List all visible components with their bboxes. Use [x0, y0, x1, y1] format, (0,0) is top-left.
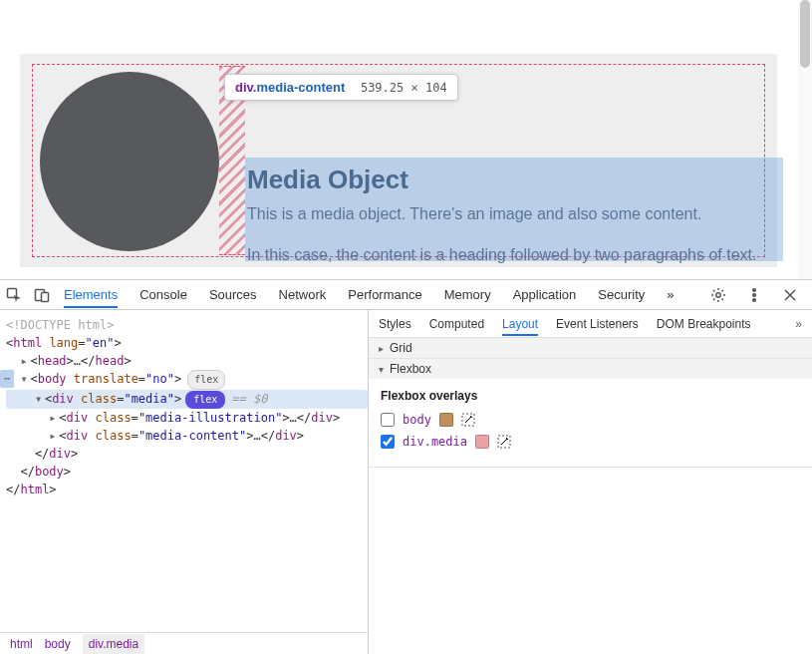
tooltip-tag: div	[235, 80, 253, 95]
devtools-main-tabs: Elements Console Sources Network Perform…	[56, 281, 704, 308]
section-head-flexbox[interactable]: ▾ Flexbox	[369, 359, 812, 379]
media-heading: Media Object	[247, 164, 408, 195]
console-ref: == $0	[231, 392, 267, 406]
overlay-label[interactable]: div.media	[403, 435, 467, 449]
breadcrumb: html body div.media	[0, 632, 368, 654]
tab-application[interactable]: Application	[513, 281, 577, 308]
tab-performance[interactable]: Performance	[348, 281, 421, 308]
dom-row-selected[interactable]: ▾<div class="media">flex== $0	[6, 390, 368, 409]
overlay-label[interactable]: body	[403, 413, 431, 427]
section-title: Grid	[390, 341, 412, 355]
dom-tree[interactable]: ⋯ <!DOCTYPE html> <html lang="en"> ▸<hea…	[0, 310, 369, 654]
close-icon[interactable]	[776, 281, 804, 309]
sidebar-tabs-overflow-icon[interactable]: »	[795, 317, 802, 331]
dom-row[interactable]: ▾<body translate="no">flex	[6, 370, 368, 390]
svg-point-5	[753, 293, 756, 296]
overlay-row-body: body	[381, 413, 800, 427]
dom-row[interactable]: <html lang="en">	[6, 334, 368, 352]
device-toggle-icon[interactable]	[28, 281, 56, 309]
preview-scrollbar[interactable]	[798, 0, 812, 279]
tooltip-dimensions: 539.25 × 104	[361, 81, 447, 95]
tab-console[interactable]: Console	[139, 281, 187, 308]
tab-memory[interactable]: Memory	[444, 281, 491, 308]
inspect-icon[interactable]	[0, 281, 28, 309]
chevron-down-icon: ▾	[379, 364, 384, 375]
tab-sources[interactable]: Sources	[209, 281, 257, 308]
dom-row[interactable]: ▸<div class="media-illustration">…</div>	[6, 409, 368, 427]
section-flexbox: ▾ Flexbox Flexbox overlays body	[369, 359, 812, 468]
media-illustration-circle	[40, 72, 219, 251]
flex-badge[interactable]: flex	[187, 370, 225, 390]
dom-row[interactable]: <!DOCTYPE html>	[6, 316, 368, 334]
tab-computed[interactable]: Computed	[429, 312, 484, 336]
gear-icon[interactable]	[704, 281, 732, 309]
tab-network[interactable]: Network	[279, 281, 327, 308]
tab-dom-breakpoints[interactable]: DOM Breakpoints	[657, 312, 751, 336]
selection-gutter-icon: ⋯	[0, 370, 14, 388]
section-title: Flexbox	[390, 362, 431, 376]
section-grid: ▸ Grid	[369, 338, 812, 359]
svg-point-6	[753, 298, 756, 301]
svg-point-4	[753, 288, 756, 291]
dom-row[interactable]: ▸<div class="media-content">…</div>	[6, 427, 368, 445]
overlay-color-swatch[interactable]	[475, 435, 489, 449]
section-head-grid[interactable]: ▸ Grid	[369, 338, 812, 358]
page-preview: Media Object This is a media object. The…	[0, 0, 812, 280]
overlays-title: Flexbox overlays	[381, 389, 800, 403]
svg-rect-2	[42, 292, 49, 301]
tooltip-class: .media-content	[253, 80, 345, 95]
overlay-options-icon[interactable]	[497, 435, 511, 449]
dom-row[interactable]: </html>	[6, 481, 368, 498]
sidebar: Styles Computed Layout Event Listeners D…	[369, 310, 812, 654]
overlay-checkbox-media[interactable]	[381, 435, 395, 449]
overlay-checkbox-body[interactable]	[381, 413, 395, 427]
crumb-html[interactable]: html	[10, 635, 33, 653]
crumb-current[interactable]: div.media	[83, 634, 144, 654]
media-paragraph: This is a media object. There's an image…	[247, 205, 701, 223]
kebab-icon[interactable]	[740, 281, 768, 309]
tab-elements[interactable]: Elements	[64, 281, 118, 308]
media-paragraph: In this case, the content is a heading f…	[247, 246, 756, 264]
devtools-toolbar: Elements Console Sources Network Perform…	[0, 280, 812, 310]
scrollbar-thumb[interactable]	[800, 0, 810, 68]
tab-layout[interactable]: Layout	[502, 312, 538, 336]
dom-row[interactable]: </body>	[6, 463, 368, 481]
element-tooltip: div.media-content 539.25 × 104	[224, 74, 458, 101]
crumb-body[interactable]: body	[45, 635, 71, 653]
tab-event-listeners[interactable]: Event Listeners	[556, 312, 639, 336]
svg-point-3	[716, 292, 720, 296]
overlay-color-swatch[interactable]	[439, 413, 453, 427]
sidebar-tabs: Styles Computed Layout Event Listeners D…	[369, 310, 812, 338]
tabs-overflow-icon[interactable]: »	[667, 287, 674, 302]
tab-security[interactable]: Security	[598, 281, 645, 308]
chevron-right-icon: ▸	[379, 343, 384, 354]
tab-styles[interactable]: Styles	[379, 312, 411, 336]
overlay-row-media: div.media	[381, 435, 800, 449]
dom-row[interactable]: </div>	[6, 445, 368, 463]
dom-row[interactable]: ▸<head>…</head>	[6, 352, 368, 370]
overlay-options-icon[interactable]	[461, 413, 475, 427]
flex-badge-active[interactable]: flex	[185, 391, 225, 409]
